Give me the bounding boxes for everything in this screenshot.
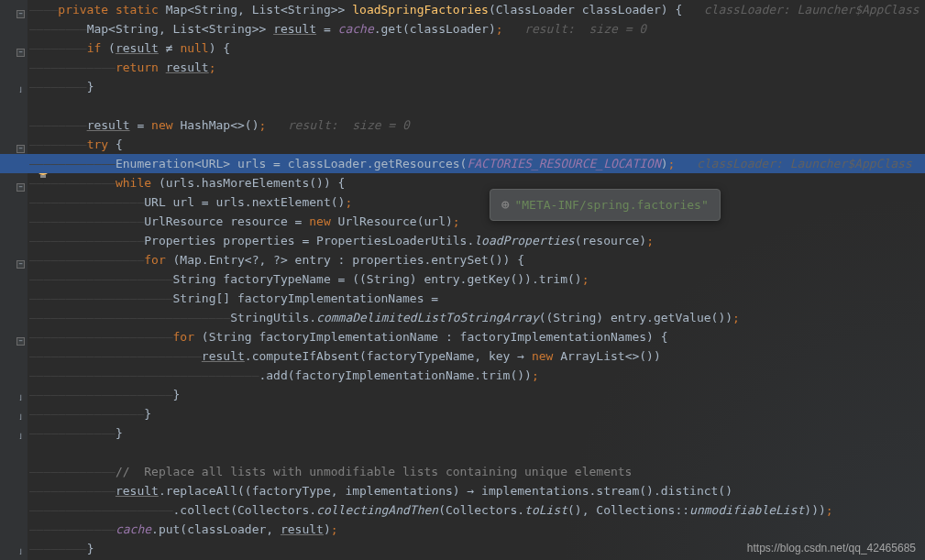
code-text: ((String) entry.getValue()): [539, 311, 732, 324]
semicolon: ;: [532, 368, 539, 382]
variable: result: [116, 41, 159, 55]
brace: }: [87, 80, 94, 93]
code-text: HashMap<>(): [173, 118, 259, 132]
code-text: (Collectors.: [438, 503, 524, 517]
semicolon: ;: [453, 214, 460, 228]
static-method: collectingAndThen: [316, 503, 438, 517]
semicolon: ;: [496, 22, 503, 36]
code-text: .put(classLoader,: [151, 522, 281, 536]
code-text: [159, 41, 166, 55]
code-text: ) {: [209, 41, 230, 55]
variable: result: [273, 22, 316, 36]
keyword: if: [87, 41, 102, 55]
code-text: URL url = urls.nextElement(): [144, 195, 345, 209]
code-text: ): [324, 522, 331, 536]
expand-icon[interactable]: ⊕: [501, 195, 509, 214]
comment: // Replace all lists with unmodifiable l…: [116, 465, 633, 478]
semicolon: ;: [732, 311, 740, 324]
brace: }: [144, 407, 151, 421]
brace: }: [116, 426, 123, 440]
tooltip-value: "META-INF/spring.factories": [514, 195, 708, 214]
code-text: (ClassLoader classLoader) {: [489, 3, 704, 16]
code-text: String factoryTypeName = ((String) entry…: [173, 272, 582, 286]
code-text: String[] factoryImplementationNames =: [173, 291, 439, 305]
code-text: UrlResource(url): [331, 214, 453, 228]
fold-marker[interactable]: −: [17, 145, 25, 153]
keyword: while: [116, 176, 151, 190]
code-text: =: [130, 118, 151, 132]
code-text: (String factoryImplementationName : fact…: [194, 330, 668, 344]
code-editor: − − ⌋ − − − − ⌋ ⌋ ⌋ ⌋ ————private static…: [0, 0, 925, 560]
brace: }: [87, 542, 94, 555]
code-text: (urls.hasMoreElements()) {: [151, 176, 345, 190]
fold-marker[interactable]: ⌋: [17, 549, 25, 557]
fold-marker[interactable]: −: [17, 10, 25, 18]
keyword: new: [151, 118, 172, 132]
inline-hint: result: size = 0: [503, 22, 647, 36]
code-text: .computeIfAbsent(factoryTypeName, key →: [245, 349, 532, 363]
fold-marker[interactable]: −: [17, 337, 25, 346]
code-text: (resource): [575, 234, 646, 247]
fold-marker[interactable]: ⌋: [17, 395, 25, 403]
semicolon: ;: [345, 195, 352, 209]
constant: FACTORIES_RESOURCE_LOCATION: [467, 157, 660, 170]
code-text: Map<String, List<String>>: [87, 22, 274, 36]
static-method: toList: [524, 503, 567, 517]
fold-marker[interactable]: ⌋: [17, 87, 25, 95]
inline-hint: classLoader: Launcher$AppClass: [704, 3, 919, 16]
code-text: {: [108, 137, 123, 151]
inline-hint: result: size = 0: [266, 118, 410, 132]
code-text: Enumeration<URL> urls = classLoader.getR…: [116, 157, 468, 170]
semicolon: ;: [209, 60, 216, 74]
semicolon: ;: [646, 234, 654, 247]
code-text: Properties properties = PropertiesLoader…: [144, 234, 474, 247]
variable: result: [166, 60, 209, 74]
field: cache: [116, 522, 151, 536]
code-text: ))): [804, 503, 825, 517]
keyword: static: [116, 3, 159, 16]
keyword: try: [87, 137, 108, 151]
field: cache: [338, 22, 374, 36]
static-method: unmodifiableList: [689, 503, 804, 517]
keyword: new: [532, 349, 553, 363]
semicolon: ;: [826, 503, 833, 517]
semicolon: ;: [582, 272, 589, 286]
code-text: (: [101, 41, 116, 55]
fold-marker[interactable]: ⌋: [17, 434, 25, 442]
code-text: .get(classLoader): [374, 22, 496, 36]
keyword: return: [116, 60, 159, 74]
brace: }: [173, 388, 181, 401]
code-text: [159, 60, 166, 74]
variable: result: [202, 349, 245, 363]
keyword: for: [144, 253, 165, 267]
code-text: .collect(Collectors.: [173, 503, 317, 517]
code-text: .replaceAll((factoryType, implementation…: [159, 484, 732, 498]
code-text: ArrayList<>()): [553, 349, 660, 363]
semicolon: ;: [331, 522, 338, 536]
static-method: commaDelimitedListToStringArray: [316, 311, 539, 324]
code-text: UrlResource resource =: [144, 214, 309, 228]
keyword: null: [180, 41, 208, 55]
fold-marker[interactable]: −: [17, 260, 25, 269]
code-text: StringUtils.: [230, 311, 316, 324]
code-text: (Map.Entry<?, ?> entry : properties.entr…: [166, 253, 524, 267]
code-text: .add(factoryImplementationName.trim()): [259, 368, 531, 382]
variable: result: [281, 522, 324, 536]
operator: ≠: [166, 41, 173, 55]
method-name: loadSpringFactories: [352, 3, 489, 16]
code-text: (), Collections::: [567, 503, 689, 517]
fold-marker[interactable]: ⌋: [17, 414, 25, 423]
keyword: private: [58, 3, 108, 16]
variable: result: [87, 118, 130, 132]
gutter: − − ⌋ − − − − ⌋ ⌋ ⌋ ⌋: [0, 0, 28, 560]
value-tooltip[interactable]: ⊕ "META-INF/spring.factories": [490, 189, 721, 221]
keyword: for: [173, 330, 194, 344]
keyword: new: [309, 214, 330, 228]
code-text: ): [661, 157, 668, 170]
code-area[interactable]: ————private static Map<String, List<Stri…: [28, 0, 925, 560]
code-text: =: [316, 22, 337, 36]
fold-marker[interactable]: −: [17, 183, 25, 192]
static-method: loadProperties: [474, 234, 575, 247]
variable: result: [116, 484, 159, 498]
fold-marker[interactable]: −: [17, 49, 25, 57]
